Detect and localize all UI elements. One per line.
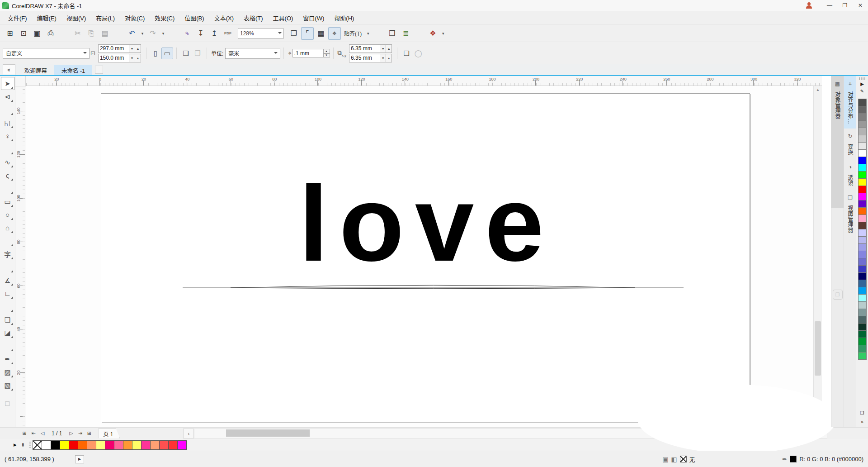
- color-swatch[interactable]: [858, 272, 867, 280]
- document-color-swatch[interactable]: [42, 440, 51, 450]
- duplicate-x-input[interactable]: [349, 44, 380, 53]
- treat-as-filled-button[interactable]: ❑: [401, 48, 412, 59]
- application-launcher-dropdown[interactable]: ▾: [440, 27, 446, 40]
- parallel-dimension-tool[interactable]: ∡: [1, 274, 14, 287]
- undo-button[interactable]: ↶: [126, 27, 138, 40]
- drop-shadow-tool[interactable]: ❏: [1, 313, 14, 326]
- menu-item[interactable]: 文本(X): [209, 11, 239, 24]
- menu-item[interactable]: 表格(T): [239, 11, 268, 24]
- export-button[interactable]: ↥: [208, 27, 221, 40]
- 变换[interactable]: ↻ 变换: [844, 129, 856, 159]
- menu-item[interactable]: 编辑(E): [32, 11, 61, 24]
- palette-expand-button[interactable]: »: [858, 418, 866, 425]
- minimize-button[interactable]: —: [822, 0, 837, 11]
- toolbar-separator[interactable]: [112, 27, 125, 40]
- last-page-button[interactable]: ⇥: [75, 429, 85, 438]
- duplicate-x-spinner[interactable]: ▼▲: [380, 44, 392, 53]
- import-button[interactable]: ↧: [194, 27, 207, 40]
- rectangle-tool[interactable]: ▭: [1, 195, 14, 208]
- ellipse-tool[interactable]: ○: [1, 208, 14, 221]
- page-border-button[interactable]: ◯: [412, 48, 424, 59]
- publish-pdf-button[interactable]: PDF: [222, 27, 234, 40]
- color-swatch[interactable]: [858, 99, 867, 106]
- vertical-scrollbar[interactable]: ▲ ▼: [813, 86, 822, 427]
- first-page-button[interactable]: ⇤: [29, 429, 38, 438]
- menu-item[interactable]: 工具(O): [268, 11, 298, 24]
- next-page-button[interactable]: ▷: [66, 429, 75, 438]
- color-swatch[interactable]: [858, 157, 867, 164]
- color-swatch[interactable]: [858, 120, 867, 128]
- polygon-tool[interactable]: ⌂: [1, 221, 14, 234]
- palette-page-button[interactable]: ❐: [858, 409, 866, 416]
- color-swatch[interactable]: [858, 243, 867, 251]
- menu-item[interactable]: 视图(V): [61, 11, 91, 24]
- separator[interactable]: [1, 103, 14, 116]
- copy-button[interactable]: ⎘: [85, 27, 98, 40]
- document-color-swatch[interactable]: [33, 440, 42, 450]
- toolbar-separator[interactable]: [167, 27, 180, 40]
- 透镜[interactable]: ◑ 透镜: [844, 159, 856, 190]
- color-swatch[interactable]: [858, 345, 867, 353]
- add-page-button[interactable]: ⊞: [20, 429, 29, 438]
- show-rulers-button[interactable]: ⌜: [301, 27, 314, 40]
- cut-button[interactable]: ✂: [71, 27, 84, 40]
- color-swatch[interactable]: [858, 294, 867, 302]
- undo-dropdown[interactable]: ▾: [139, 27, 146, 40]
- drawing-canvas[interactable]: love ▲ ▼: [25, 86, 822, 427]
- color-swatch[interactable]: [858, 128, 867, 135]
- zoom-level-combo[interactable]: 128%: [238, 28, 284, 39]
- document-palette-eyedropper-icon[interactable]: ✒: [19, 443, 26, 448]
- save-button[interactable]: ▣: [31, 27, 43, 40]
- text-tool[interactable]: 字: [1, 248, 14, 261]
- menu-item[interactable]: 布局(L): [91, 11, 120, 24]
- color-swatch[interactable]: [858, 251, 867, 258]
- paste-button[interactable]: ▤: [99, 27, 111, 40]
- application-launcher-button[interactable]: ❖: [426, 27, 439, 40]
- fill-color-swatch[interactable]: [680, 456, 687, 462]
- color-swatch[interactable]: [858, 338, 867, 345]
- document-color-swatch[interactable]: [69, 440, 78, 450]
- page-width-spinner[interactable]: ▼▲: [129, 44, 141, 53]
- canvas-text-object[interactable]: love: [299, 171, 555, 277]
- color-swatch[interactable]: [858, 178, 867, 186]
- color-swatch[interactable]: [858, 200, 867, 208]
- color-swatch[interactable]: [858, 186, 867, 193]
- new-document-tab-button[interactable]: [95, 66, 103, 74]
- document-color-swatch[interactable]: [87, 440, 96, 450]
- color-swatch[interactable]: [858, 323, 867, 331]
- color-swatch[interactable]: [858, 309, 867, 316]
- color-swatch[interactable]: [858, 236, 867, 244]
- color-swatch[interactable]: [858, 207, 867, 215]
- fullscreen-preview-button[interactable]: ❐: [288, 27, 300, 40]
- scroll-left-button[interactable]: ‹: [183, 429, 194, 438]
- document-color-swatch[interactable]: [105, 440, 114, 450]
- color-swatch[interactable]: [858, 106, 867, 114]
- document-color-swatch[interactable]: [78, 440, 87, 450]
- page-1-tab[interactable]: 页 1: [98, 429, 120, 438]
- document-color-swatch[interactable]: [132, 440, 142, 450]
- print-button[interactable]: ⎙: [44, 27, 57, 40]
- document-color-swatch[interactable]: [150, 440, 160, 450]
- document-palette-flyout-arrow[interactable]: ▶: [14, 443, 17, 447]
- document-color-swatch[interactable]: [177, 440, 187, 450]
- horizontal-ruler[interactable]: 2002040608010012014016018020022024026028…: [25, 76, 822, 86]
- document-color-swatch[interactable]: [168, 440, 178, 450]
- color-swatch[interactable]: [858, 171, 867, 179]
- scroll-up-arrow[interactable]: ▲: [814, 86, 822, 93]
- current-page-button[interactable]: ❐: [192, 48, 203, 59]
- transparency-tool[interactable]: ◪: [1, 326, 14, 339]
- tab-welcome-screen[interactable]: 欢迎屏幕: [17, 65, 54, 75]
- document-color-swatch[interactable]: [114, 440, 123, 450]
- outline-color-swatch[interactable]: [790, 456, 797, 462]
- document-color-swatch[interactable]: [60, 440, 69, 450]
- color-swatch[interactable]: [858, 316, 867, 324]
- 视图管理器[interactable]: ❒ 视图管理器: [844, 190, 856, 237]
- color-swatch[interactable]: [858, 193, 867, 200]
- snap-menu-dropdown[interactable]: ▾: [365, 27, 371, 40]
- palette-eyedropper-icon[interactable]: ✎: [858, 87, 866, 95]
- menu-item[interactable]: 帮助(H): [329, 11, 359, 24]
- nudge-spinner[interactable]: ▲▼: [324, 49, 330, 57]
- redo-dropdown[interactable]: ▾: [160, 27, 166, 40]
- canvas-line-object[interactable]: [181, 282, 687, 293]
- zoom-tool[interactable]: ♀: [1, 129, 14, 143]
